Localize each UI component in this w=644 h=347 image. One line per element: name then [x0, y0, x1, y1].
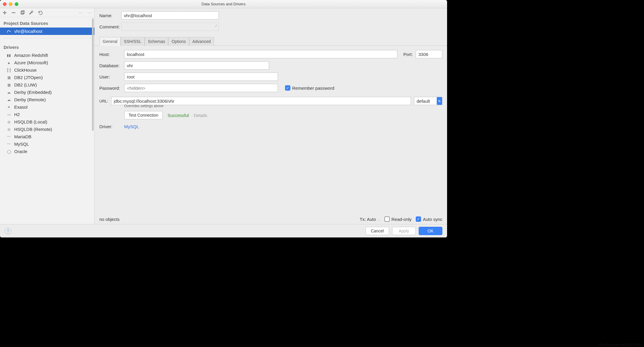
- driver-item[interactable]: ◯Oracle: [0, 148, 94, 155]
- reset-icon[interactable]: [38, 10, 43, 15]
- main-panel: Name: Comment: ⤢ General SSH/SSL Schemas…: [95, 8, 447, 224]
- data-source-label: vhr@localhost: [14, 29, 42, 34]
- titlebar: Data Sources and Drivers: [0, 0, 447, 8]
- tab-options[interactable]: Options: [168, 37, 189, 46]
- driver-label: H2: [14, 112, 20, 117]
- password-input[interactable]: [124, 84, 278, 92]
- driver-icon: ☁: [7, 90, 11, 95]
- tab-general-body: Host: Port: Database: User: Password:: [95, 46, 447, 216]
- tab-sshssl[interactable]: SSH/SSL: [121, 37, 145, 46]
- apply-button[interactable]: Apply: [392, 227, 416, 235]
- url-label: URL:: [99, 99, 108, 103]
- sidebar-toolbar: ← →: [0, 8, 94, 17]
- driver-item[interactable]: ◎HSQLDB (Remote): [0, 126, 94, 133]
- section-drivers: Drivers: [0, 41, 94, 52]
- forward-icon[interactable]: →: [87, 10, 92, 15]
- wrench-icon[interactable]: [29, 10, 34, 15]
- driver-item[interactable]: 〰MariaDB: [0, 133, 94, 140]
- driver-icon: ◎: [7, 120, 11, 124]
- port-label: Port:: [403, 52, 413, 57]
- auto-sync-checkbox[interactable]: ✓: [416, 216, 421, 222]
- driver-item[interactable]: ║║ClickHouse: [0, 66, 94, 74]
- driver-label: Exasol: [14, 105, 27, 110]
- data-source-item[interactable]: vhr@localhost: [0, 28, 94, 35]
- driver-item[interactable]: ▲Azure (Microsoft): [0, 59, 94, 66]
- driver-item[interactable]: ▮▮Amazon Redshift: [0, 52, 94, 59]
- remember-password-checkbox[interactable]: ✓: [285, 85, 290, 91]
- driver-label: Driver:: [99, 124, 121, 129]
- driver-icon: ◯: [7, 149, 11, 154]
- cancel-button[interactable]: Cancel: [365, 227, 389, 235]
- expand-icon[interactable]: ⤢: [215, 24, 217, 28]
- tab-advanced[interactable]: Advanced: [189, 37, 214, 46]
- driver-item[interactable]: 〰MySQL: [0, 140, 94, 148]
- host-label: Host:: [99, 52, 121, 57]
- driver-icon: ◎: [7, 127, 11, 132]
- driver-item[interactable]: ✕Exasol: [0, 103, 94, 111]
- sidebar: ← → Project Data Sources vhr@localhost D…: [0, 8, 95, 224]
- port-input[interactable]: [416, 50, 442, 58]
- tab-schemas[interactable]: Schemas: [145, 37, 168, 46]
- driver-label: MySQL: [14, 142, 29, 147]
- mysql-icon: [7, 29, 11, 34]
- driver-label: Amazon Redshift: [14, 53, 48, 58]
- ok-button[interactable]: OK: [419, 227, 442, 235]
- driver-icon: ▮▮: [7, 53, 11, 58]
- remove-icon[interactable]: [11, 10, 16, 15]
- driver-label: ClickHouse: [14, 68, 37, 73]
- sidebar-list[interactable]: Project Data Sources vhr@localhost Drive…: [0, 17, 94, 224]
- url-mode-select[interactable]: default ⇅: [414, 97, 442, 105]
- driver-icon: ▭: [7, 112, 11, 117]
- comment-input[interactable]: ⤢: [121, 23, 219, 31]
- driver-item[interactable]: ▭H2: [0, 111, 94, 118]
- dialog-window: Data Sources and Drivers ← → Project Dat…: [0, 0, 447, 237]
- driver-item[interactable]: ▦DB2 (LUW): [0, 81, 94, 89]
- tx-selector[interactable]: Tx: Auto ⌄: [360, 217, 380, 222]
- help-icon[interactable]: ?: [5, 228, 11, 234]
- name-input[interactable]: [121, 11, 219, 20]
- read-only-checkbox[interactable]: [384, 216, 390, 222]
- host-input[interactable]: [124, 50, 397, 58]
- chevron-updown-icon: ⇅: [437, 97, 442, 105]
- driver-item[interactable]: ◎HSQLDB (Local): [0, 118, 94, 126]
- driver-label: MariaDB: [14, 134, 31, 139]
- url-mode-label: default: [417, 99, 430, 104]
- add-icon[interactable]: [2, 10, 7, 15]
- driver-label: Derby (Embedded): [14, 90, 52, 95]
- name-label: Name:: [99, 13, 121, 18]
- back-icon[interactable]: ←: [78, 10, 83, 15]
- driver-label: Derby (Remote): [14, 97, 46, 102]
- driver-icon: 〰: [7, 134, 11, 139]
- driver-link[interactable]: MySQL: [124, 124, 139, 129]
- driver-item[interactable]: ☁Derby (Embedded): [0, 89, 94, 96]
- tabs: General SSH/SSL Schemas Options Advanced: [95, 37, 447, 46]
- driver-icon: ║║: [7, 68, 11, 73]
- read-only-label: Read-only: [391, 217, 412, 222]
- user-input[interactable]: [124, 73, 278, 81]
- test-connection-button[interactable]: Test Connection: [124, 111, 163, 119]
- driver-icon: ▦: [7, 75, 11, 80]
- driver-label: Oracle: [14, 149, 27, 154]
- driver-icon: 〰: [7, 142, 11, 147]
- bottom-meta: no objects Tx: Auto ⌄ Read-only ✓ Auto s…: [95, 216, 447, 224]
- database-label: Database:: [99, 63, 121, 68]
- database-input[interactable]: [124, 61, 269, 70]
- driver-icon: ☁: [7, 97, 11, 102]
- driver-label: DB2 (JTOpen): [14, 75, 43, 80]
- test-details-link[interactable]: Details: [194, 113, 207, 118]
- section-data-sources: Project Data Sources: [0, 17, 94, 28]
- comment-label: Comment:: [99, 24, 121, 29]
- remember-password-label: Remember password: [292, 86, 334, 91]
- driver-label: HSQLDB (Local): [14, 119, 47, 124]
- driver-label: DB2 (LUW): [14, 82, 37, 87]
- driver-label: HSQLDB (Remote): [14, 127, 52, 132]
- driver-icon: ▲: [7, 60, 11, 65]
- no-objects-label: no objects: [99, 217, 119, 222]
- copy-icon[interactable]: [20, 10, 25, 15]
- driver-label: Azure (Microsoft): [14, 60, 48, 65]
- password-label: Password:: [99, 86, 121, 91]
- driver-icon: ✕: [7, 105, 11, 110]
- driver-item[interactable]: ▦DB2 (JTOpen): [0, 74, 94, 81]
- driver-item[interactable]: ☁Derby (Remote): [0, 96, 94, 103]
- tab-general[interactable]: General: [99, 37, 121, 46]
